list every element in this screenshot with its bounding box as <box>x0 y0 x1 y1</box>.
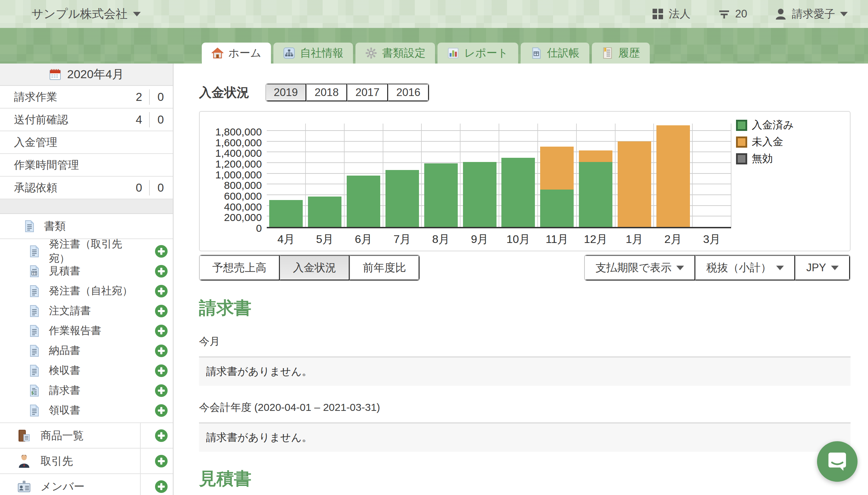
tab-label: ホーム <box>228 46 261 60</box>
view-button-入金状況[interactable]: 入金状況 <box>280 255 350 280</box>
sidebar-item-作業報告書[interactable]: 作業報告書 <box>0 321 173 341</box>
year-button-2019[interactable]: 2019 <box>266 84 306 101</box>
add-発注書（取引先宛）-button[interactable] <box>155 245 168 258</box>
tab-履歴[interactable]: 履歴 <box>592 43 650 64</box>
tab-ホーム[interactable]: ホーム <box>202 43 271 64</box>
sidebar-item-納品書[interactable]: 納品書 <box>0 341 173 361</box>
payment-status-title: 入金状況 <box>199 84 249 101</box>
estimates-section-title: 見積書 <box>199 467 851 490</box>
add-納品書-button[interactable] <box>155 345 168 357</box>
add-メンバー-button[interactable] <box>155 480 168 493</box>
sidebar-doc-label: 発注書（自社宛） <box>49 284 141 298</box>
chart-y-tick-label: 600,000 <box>203 190 262 202</box>
sidebar-month-title: 2020年4月 <box>67 66 124 82</box>
document-icon <box>28 305 41 317</box>
add-取引先-button[interactable] <box>155 455 168 467</box>
bar-8月-入金済み <box>424 163 458 227</box>
section-divider <box>140 448 141 474</box>
add-見積書-button[interactable] <box>155 265 168 278</box>
chevron-down-icon <box>840 12 848 16</box>
plus-cell <box>150 245 173 258</box>
sidebar-item-作業時間管理[interactable]: 作業時間管理 <box>0 154 173 177</box>
add-請求書-button[interactable] <box>155 384 168 397</box>
task-count-secondary: 0 <box>150 113 173 126</box>
year-button-2018[interactable]: 2018 <box>306 84 347 101</box>
chart-y-tick-label: 800,000 <box>203 179 262 191</box>
sidebar-doc-label: 検収書 <box>49 363 141 378</box>
svg-text:$: $ <box>31 391 34 396</box>
task-count-primary: 2 <box>128 90 149 104</box>
chart-vgridline <box>344 124 345 227</box>
sidebar-item-注文請書[interactable]: 注文請書 <box>0 301 173 321</box>
org-type-badge[interactable]: 法人 <box>652 7 691 21</box>
chart-vgridline <box>615 124 616 227</box>
sidebar-item-documents[interactable]: 書類 <box>0 214 173 239</box>
client-icon <box>17 454 31 468</box>
invoices-this-month-empty: 請求書がありません。 <box>199 356 851 386</box>
chart-vgridline <box>460 124 461 227</box>
tab-書類設定[interactable]: 書類設定 <box>355 43 435 64</box>
sidebar-item-承認依頼[interactable]: 承認依頼00 <box>0 177 173 199</box>
sidebar-item-請求書[interactable]: $請求書 <box>0 381 173 400</box>
add-検収書-button[interactable] <box>155 364 168 377</box>
chart-vgridline <box>499 124 499 227</box>
sidebar-doc-label: 納品書 <box>49 343 141 358</box>
tab-自社情報[interactable]: 自社情報 <box>273 43 353 64</box>
view-button-前年度比[interactable]: 前年度比 <box>350 255 419 280</box>
sidebar-item-送付前確認[interactable]: 送付前確認40 <box>0 109 173 131</box>
legend-swatch <box>736 153 747 164</box>
postal-counter[interactable]: 20 <box>718 8 747 20</box>
grid-icon <box>652 8 664 20</box>
filter-dropdown-JPY[interactable]: JPY <box>795 255 850 280</box>
chat-launcher-button[interactable] <box>817 441 858 482</box>
user-icon <box>774 8 787 20</box>
year-button-2016[interactable]: 2016 <box>388 84 429 101</box>
plus-cell <box>150 364 173 377</box>
chart-x-tick-label: 7月 <box>383 232 422 247</box>
company-menu[interactable]: サンプル株式会社 <box>31 6 141 22</box>
chart-x-tick-label: 11月 <box>538 232 576 247</box>
view-button-予想売上高[interactable]: 予想売上高 <box>200 255 280 280</box>
tab-レポート[interactable]: レポート <box>437 43 518 64</box>
user-menu[interactable]: 請求愛子 <box>774 7 848 21</box>
postal-mark-icon <box>718 8 730 20</box>
add-注文請書-button[interactable] <box>155 305 168 317</box>
sidebar: 2020年4月 請求作業20送付前確認40入金管理作業時間管理承認依頼00 書類… <box>0 64 174 495</box>
document-icon <box>28 364 41 377</box>
tab-仕訳帳[interactable]: 仕訳帳 <box>521 43 589 64</box>
sidebar-task-list: 請求作業20送付前確認40入金管理作業時間管理承認依頼00 <box>0 86 173 199</box>
sidebar-item-入金管理[interactable]: 入金管理 <box>0 131 173 154</box>
add-発注書（自社宛）-button[interactable] <box>155 285 168 297</box>
sidebar-item-発注書（自社宛）[interactable]: 発注書（自社宛） <box>0 281 173 301</box>
sidebar-item-領収書[interactable]: 領収書 <box>0 400 173 420</box>
plus-cell <box>150 480 173 493</box>
sidebar-item-見積書[interactable]: 見積書 <box>0 261 173 281</box>
chart-x-tick-label: 5月 <box>306 232 344 247</box>
sidebar-item-商品一覧[interactable]: 商品一覧 <box>0 423 173 449</box>
chart-y-tick-label: 1,400,000 <box>203 147 262 159</box>
bar-9月-入金済み <box>463 162 496 227</box>
document-icon <box>28 325 41 337</box>
chart-y-tick-label: 1,000,000 <box>203 169 262 181</box>
company-name: サンプル株式会社 <box>31 6 127 22</box>
add-領収書-button[interactable] <box>155 404 168 417</box>
sidebar-item-メンバー[interactable]: メンバー <box>0 474 173 495</box>
sidebar-item-取引先[interactable]: 取引先 <box>0 449 173 474</box>
add-商品一覧-button[interactable] <box>155 429 168 442</box>
sidebar-task-label: 作業時間管理 <box>14 158 173 172</box>
sidebar-item-検収書[interactable]: 検収書 <box>0 361 173 381</box>
add-作業報告書-button[interactable] <box>155 325 168 337</box>
filter-dropdown-支払期限で表示[interactable]: 支払期限で表示 <box>585 255 695 280</box>
task-count-primary: 4 <box>128 113 149 126</box>
filter-dropdown-税抜（小計）[interactable]: 税抜（小計） <box>695 255 795 280</box>
sidebar-doc-label: 注文請書 <box>49 304 141 318</box>
sidebar-task-label: 請求作業 <box>14 90 128 104</box>
legend-item-無効: 無効 <box>736 152 794 166</box>
sidebar-item-発注書（取引先宛）[interactable]: 発注書（取引先宛） <box>0 241 173 261</box>
year-selector: 2019201820172016 <box>265 83 429 102</box>
main-tabs: ホーム自社情報書類設定レポート仕訳帳履歴 <box>202 43 652 64</box>
task-count-primary: 0 <box>128 181 149 194</box>
sidebar-item-請求作業[interactable]: 請求作業20 <box>0 86 173 109</box>
legend-label: 無効 <box>752 152 773 166</box>
year-button-2017[interactable]: 2017 <box>347 84 388 101</box>
